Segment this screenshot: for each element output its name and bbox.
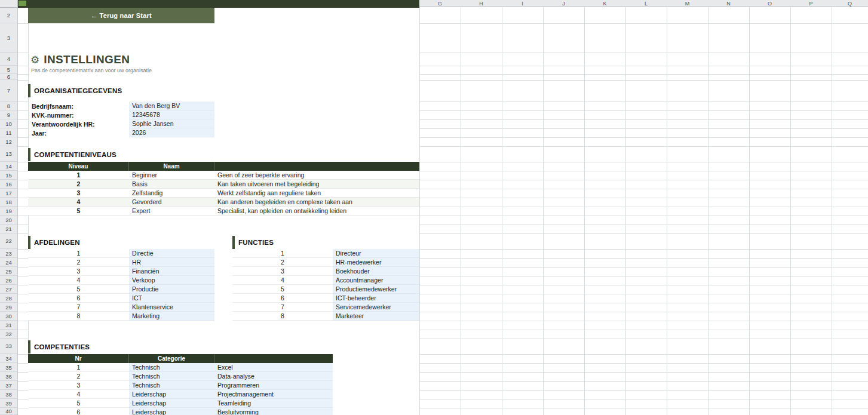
categorie-cell[interactable]: Leiderschap — [129, 390, 214, 399]
column-header-P[interactable]: P — [790, 0, 832, 7]
afdeling-naam-cell[interactable]: ICT — [129, 294, 214, 303]
row-header-3[interactable]: 3 — [0, 23, 17, 53]
row-header-7[interactable]: 7 — [0, 80, 17, 102]
functie-naam-cell[interactable]: Productiemedewerker — [333, 285, 419, 294]
org-field-value[interactable]: 12345678 — [129, 110, 214, 119]
row-header-23[interactable]: 23 — [0, 249, 17, 258]
functie-naam-cell[interactable]: Marketeer — [333, 312, 419, 321]
competentie-naam-cell[interactable]: Projectmanagement — [214, 390, 333, 399]
row-header-39[interactable]: 39 — [0, 399, 17, 408]
org-field-value[interactable]: 2026 — [129, 128, 214, 137]
select-all-corner[interactable] — [0, 0, 18, 8]
column-header-K[interactable]: K — [584, 0, 625, 7]
row-header-25[interactable]: 25 — [0, 267, 17, 276]
row-header-31[interactable]: 31 — [0, 321, 17, 330]
column-header-N[interactable]: N — [708, 0, 749, 7]
competentie-naam-cell[interactable]: Teamleiding — [214, 399, 333, 408]
functie-naam-cell[interactable]: Servicemedewerker — [333, 303, 419, 312]
functie-nr-cell[interactable]: 7 — [232, 303, 333, 312]
row-header-6[interactable]: 6 — [0, 74, 17, 80]
row-header-14[interactable]: 14 — [0, 162, 17, 171]
column-header-H[interactable]: H — [461, 0, 502, 7]
org-field-value[interactable]: Sophie Jansen — [129, 119, 214, 128]
omschrijving-cell[interactable]: Werkt zelfstandig aan reguliere taken — [214, 189, 419, 197]
categorie-cell[interactable]: Technisch — [129, 372, 214, 381]
row-header-13[interactable]: 13 — [0, 146, 17, 162]
org-field-label[interactable]: KVK-nummer: — [28, 110, 129, 119]
functie-nr-cell[interactable]: 1 — [232, 249, 333, 258]
afdeling-naam-cell[interactable]: Klantenservice — [129, 303, 214, 312]
competentie-naam-cell[interactable]: Besluitvorming — [214, 408, 333, 415]
terug-naar-start-button[interactable]: ← Terug naar Start — [28, 8, 214, 23]
functie-naam-cell[interactable]: Directeur — [333, 249, 419, 258]
afdeling-nr-cell[interactable]: 1 — [28, 249, 129, 258]
niveau-column-header[interactable]: Niveau — [28, 162, 129, 171]
row-header-34[interactable]: 34 — [0, 354, 17, 363]
row-header-10[interactable]: 10 — [0, 119, 17, 128]
row-header-32[interactable]: 32 — [0, 330, 17, 339]
categorie-cell[interactable]: Technisch — [129, 363, 214, 372]
column-header-Q[interactable]: Q — [832, 0, 868, 7]
afdeling-nr-cell[interactable]: 6 — [28, 294, 129, 303]
afdeling-nr-cell[interactable]: 8 — [28, 312, 129, 321]
row-header-20[interactable]: 20 — [0, 216, 17, 225]
row-header-28[interactable]: 28 — [0, 294, 17, 303]
omschrijving-cell[interactable]: Kan anderen begeleiden en complexe taken… — [214, 198, 419, 206]
afdeling-nr-cell[interactable]: 5 — [28, 285, 129, 294]
row-header-11[interactable]: 11 — [0, 128, 17, 137]
row-header-38[interactable]: 38 — [0, 390, 17, 399]
column-header-L[interactable]: L — [625, 0, 667, 7]
column-header-M[interactable]: M — [667, 0, 708, 7]
row-header-33[interactable]: 33 — [0, 339, 17, 354]
row-header-22[interactable]: 22 — [0, 233, 17, 249]
functie-nr-cell[interactable]: 8 — [232, 312, 333, 321]
functie-naam-cell[interactable]: HR-medewerker — [333, 258, 419, 267]
afdeling-naam-cell[interactable]: Directie — [129, 249, 214, 258]
afdeling-naam-cell[interactable]: Productie — [129, 285, 214, 294]
row-header-17[interactable]: 17 — [0, 189, 17, 198]
row-header-15[interactable]: 15 — [0, 171, 17, 180]
org-field-label[interactable]: Jaar: — [28, 128, 129, 137]
competentie-nr-cell[interactable]: 6 — [28, 408, 129, 415]
naam-cell[interactable]: Gevorderd — [129, 198, 214, 206]
functie-naam-cell[interactable]: Accountmanager — [333, 276, 419, 285]
competentie-naam-cell[interactable]: Data-analyse — [214, 372, 333, 381]
functie-nr-cell[interactable]: 3 — [232, 267, 333, 276]
functie-nr-cell[interactable]: 4 — [232, 276, 333, 285]
niveau-cell[interactable]: 1 — [28, 171, 129, 179]
competentie-nr-cell[interactable]: 5 — [28, 399, 129, 408]
niveau-cell[interactable]: 4 — [28, 198, 129, 206]
functie-nr-cell[interactable]: 5 — [232, 285, 333, 294]
naam-column-header[interactable]: Naam — [129, 162, 214, 171]
competentie-nr-cell[interactable]: 1 — [28, 363, 129, 372]
afdeling-naam-cell[interactable]: Marketing — [129, 312, 214, 321]
niveau-cell[interactable]: 2 — [28, 180, 129, 188]
row-header-37[interactable]: 37 — [0, 381, 17, 390]
categorie-cell[interactable]: Leiderschap — [129, 399, 214, 408]
afdeling-naam-cell[interactable]: HR — [129, 258, 214, 267]
row-header-9[interactable]: 9 — [0, 110, 17, 119]
row-header-18[interactable]: 18 — [0, 198, 17, 207]
naam-cell[interactable]: Beginner — [129, 171, 214, 179]
competentie-naam-cell[interactable]: Programmeren — [214, 381, 333, 390]
org-field-label[interactable]: Bedrijfsnaam: — [28, 102, 129, 110]
functie-nr-cell[interactable]: 6 — [232, 294, 333, 303]
niveau-cell[interactable]: 3 — [28, 189, 129, 197]
row-header-30[interactable]: 30 — [0, 312, 17, 321]
org-field-value[interactable]: Van den Berg BV — [129, 102, 214, 110]
row-header-24[interactable]: 24 — [0, 258, 17, 267]
column-header-J[interactable]: J — [543, 0, 584, 7]
functie-nr-cell[interactable]: 2 — [232, 258, 333, 267]
row-header-19[interactable]: 19 — [0, 207, 17, 216]
niveau-cell[interactable]: 5 — [28, 207, 129, 215]
competentie-nr-cell[interactable]: 4 — [28, 390, 129, 399]
column-header-G[interactable]: G — [419, 0, 461, 7]
competentie-nr-cell[interactable]: 3 — [28, 381, 129, 390]
row-header-21[interactable]: 21 — [0, 225, 17, 233]
row-header-2[interactable]: 2 — [0, 7, 17, 23]
naam-cell[interactable]: Basis — [129, 180, 214, 188]
column-header-I[interactable]: I — [502, 0, 543, 7]
competentie-nr-cell[interactable]: 2 — [28, 372, 129, 381]
row-header-strip[interactable]: 2345678910111213141516171819202122232425… — [0, 7, 18, 415]
omschrijving-cell[interactable]: Kan taken uitvoeren met begeleiding — [214, 180, 419, 188]
